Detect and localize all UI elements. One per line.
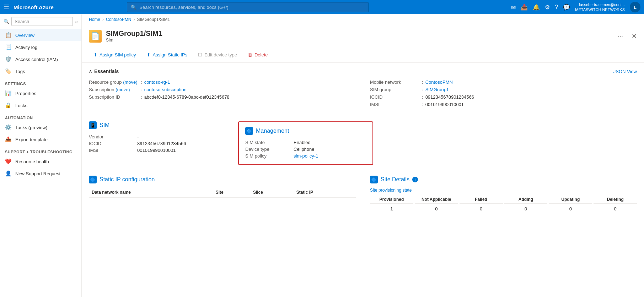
page-title: SIMGroup1/SIM1 (106, 29, 613, 38)
user-info[interactable]: lassebertrasemen@cont... METASWITCH NETW… (575, 2, 625, 12)
sim-vendor-row: Vendor - (89, 133, 224, 140)
user-name: lassebertrasemen@cont... (579, 2, 625, 7)
sidebar-item-export-template-label: Export template (15, 137, 48, 142)
sim-policy-link[interactable]: sim-policy-1 (294, 153, 366, 159)
stat-not-applicable: Not Applicable 0 (415, 196, 458, 214)
site-details-info-icon: i (412, 177, 418, 182)
col-site: Site (213, 188, 250, 197)
avatar[interactable]: L (630, 2, 640, 12)
global-search-input[interactable] (139, 5, 365, 10)
essentials-left: Resource group (move) : contoso-rg-1 Sub… (89, 78, 356, 108)
stat-adding: Adding 0 (504, 196, 548, 214)
properties-icon: 📊 (5, 90, 12, 97)
mobile-network-value[interactable]: ContosoPMN (425, 79, 453, 85)
access-control-icon: 🛡️ (5, 56, 12, 62)
stat-failed-val: 0 (460, 204, 503, 214)
management-card-icon: 🔷 (245, 127, 253, 135)
stat-updating-val: 0 (549, 204, 592, 214)
subscription-value[interactable]: contoso-subscription (144, 87, 187, 92)
essentials-row-imsi: IMSI : 001019990010001 (370, 101, 637, 108)
settings-section-label: Settings (0, 77, 81, 87)
essentials-row-sim-group: SIM group : SIMGroup1 (370, 86, 637, 93)
user-org: METASWITCH NETWORKS (575, 7, 625, 12)
page-subtitle: Sim (106, 38, 613, 43)
sidebar-search-container: 🔍 « (0, 14, 81, 29)
notifications-icon[interactable]: 📥 (521, 4, 528, 11)
sidebar-item-access-control[interactable]: 🛡️ Access control (IAM) (0, 53, 81, 65)
essentials-row-mobile-network: Mobile network : ContosoPMN (370, 78, 637, 86)
breadcrumb-home[interactable]: Home (89, 17, 100, 22)
resource-group-move-link[interactable]: (move) (123, 79, 137, 85)
breadcrumb-contoso[interactable]: ContosoPMN (106, 17, 131, 22)
essentials-collapse-icon[interactable]: ∧ (89, 69, 92, 74)
sim-card-title: 📱 SIM (89, 121, 224, 129)
sim-card-icon: 📱 (89, 121, 97, 129)
col-slice: Slice (250, 188, 294, 197)
essentials-row-iccid: ICCID : 8912345678901234566 (370, 93, 637, 101)
assign-static-ips-button[interactable]: ⬆ Assign Static IPs (142, 50, 192, 60)
email-icon[interactable]: ✉ (511, 4, 516, 11)
settings-icon[interactable]: ⚙ (545, 4, 550, 11)
sidebar-item-access-control-label: Access control (IAM) (15, 57, 58, 62)
toolbar: ⬆ Assign SIM policy ⬆ Assign Static IPs … (82, 47, 644, 63)
sidebar-collapse-icon[interactable]: « (75, 19, 78, 24)
sidebar-item-resource-health[interactable]: ❤️ Resource health (0, 155, 81, 167)
sim-card: 📱 SIM Vendor - ICCID 8912345678901234566… (89, 121, 224, 165)
close-button[interactable]: ✕ (632, 32, 637, 40)
subscription-move-link[interactable]: (move) (116, 87, 130, 92)
sidebar-item-overview-label: Overview (15, 33, 34, 38)
edit-device-type-button[interactable]: ☐ Edit device type (193, 50, 242, 60)
automation-section-label: Automation (0, 111, 81, 121)
management-card: 🔷 Management SIM state Enabled Device ty… (238, 121, 373, 165)
sim-group-value[interactable]: SIMGroup1 (425, 87, 449, 92)
essentials-title: ∧ Essentials (89, 68, 119, 74)
page-header-actions: ··· ✕ (618, 32, 637, 40)
static-ip-section: 🔷 Static IP configuration Data network n… (89, 176, 356, 214)
sidebar-item-locks[interactable]: 🔒 Locks (0, 99, 81, 111)
tags-icon: 🏷️ (5, 68, 12, 75)
site-details-title: 🔷 Site Details i (370, 176, 637, 183)
sidebar-item-new-support-label: New Support Request (15, 171, 60, 176)
essentials-row-subscription: Subscription (move) : contoso-subscripti… (89, 86, 356, 93)
essentials-right: Mobile network : ContosoPMN SIM group : … (370, 78, 637, 108)
resource-group-value[interactable]: contoso-rg-1 (144, 79, 170, 85)
sidebar-item-tasks[interactable]: ⚙️ Tasks (preview) (0, 121, 81, 133)
overview-icon: 📋 (5, 32, 12, 38)
sidebar-item-tags-label: Tags (15, 69, 25, 74)
stat-not-applicable-val: 0 (415, 204, 458, 214)
sidebar-item-activity-log[interactable]: 📃 Activity log (0, 41, 81, 53)
cards-section: 📱 SIM Vendor - ICCID 8912345678901234566… (89, 121, 637, 165)
sidebar-item-export-template[interactable]: 📤 Export template (0, 133, 81, 145)
sidebar-item-properties[interactable]: 📊 Properties (0, 87, 81, 99)
static-ip-table-header: Data network name Site Slice Static IP (89, 188, 356, 197)
sidebar-item-overview[interactable]: 📋 Overview (0, 29, 81, 41)
stat-deleting: Deleting 0 (594, 196, 637, 214)
more-options-icon[interactable]: ··· (618, 32, 623, 40)
page-header: 📄 SIMGroup1/SIM1 Sim ··· ✕ (82, 25, 644, 47)
stat-failed-header: Failed (460, 196, 503, 204)
sidebar-item-tags[interactable]: 🏷️ Tags (0, 65, 81, 77)
sidebar-item-locks-label: Locks (15, 103, 27, 108)
global-search-bar[interactable]: 🔍 (127, 2, 369, 12)
delete-button[interactable]: 🗑 Delete (243, 50, 273, 60)
col-data-network-name: Data network name (89, 188, 213, 197)
essentials-header: ∧ Essentials JSON View (89, 68, 637, 74)
assign-sim-policy-button[interactable]: ⬆ Assign SIM policy (89, 50, 141, 60)
sidebar-search-input[interactable] (11, 17, 73, 26)
management-card-title: 🔷 Management (245, 127, 366, 135)
site-details-icon: 🔷 (370, 176, 378, 183)
bell-icon[interactable]: 🔔 (533, 4, 540, 11)
json-view-link[interactable]: JSON View (613, 69, 637, 74)
sim-iccid-row: ICCID 8912345678901234566 (89, 140, 224, 147)
assign-static-ips-icon: ⬆ (147, 52, 151, 57)
main-content: Home › ContosoPMN › SIMGroup1/SIM1 📄 SIM… (82, 14, 644, 297)
stat-adding-header: Adding (504, 196, 548, 204)
stat-updating: Updating 0 (549, 196, 592, 214)
imsi-value: 001019990010001 (425, 102, 464, 107)
help-icon[interactable]: ? (555, 4, 558, 10)
sidebar-item-new-support[interactable]: 👤 New Support Request (0, 167, 81, 180)
hamburger-icon[interactable]: ☰ (4, 3, 9, 11)
nav-right: ✉ 📥 🔔 ⚙ ? 💬 lassebertrasemen@cont... MET… (511, 2, 640, 12)
chat-icon[interactable]: 💬 (563, 4, 570, 11)
stat-updating-header: Updating (549, 196, 592, 204)
